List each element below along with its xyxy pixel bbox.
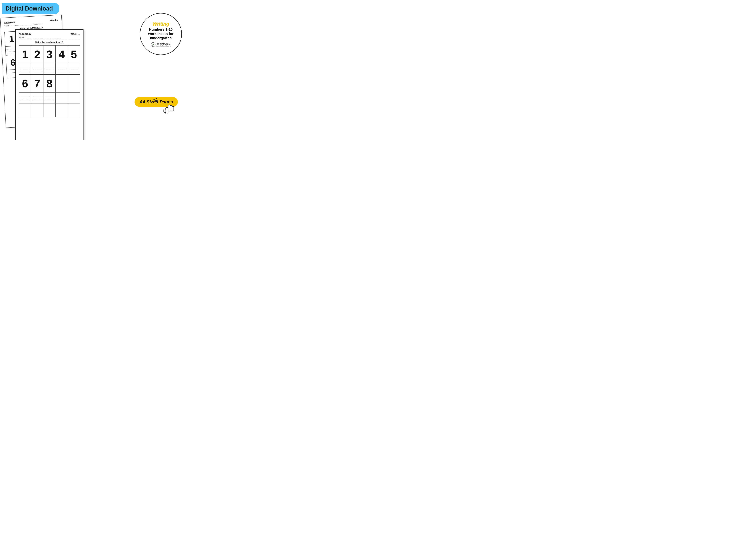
write-line bbox=[20, 99, 30, 101]
back-week: Week ... bbox=[50, 19, 58, 22]
circle-info-badge: Writing Numbers 1-10 worksheets for kind… bbox=[140, 13, 182, 55]
write-line-dashed bbox=[45, 68, 54, 70]
front-subject: Numeracy bbox=[19, 32, 31, 35]
back-subject: Numeracy bbox=[4, 21, 15, 24]
back-num-6: 6 bbox=[10, 57, 16, 68]
badge-writing-label: Writing bbox=[153, 21, 169, 27]
write-line-dashed bbox=[45, 97, 54, 99]
write-line-dashed bbox=[20, 97, 30, 99]
write-line bbox=[20, 95, 30, 97]
write-line bbox=[32, 70, 42, 72]
write-line-dashed bbox=[57, 68, 66, 70]
num-1: 1 bbox=[22, 49, 28, 60]
num-2: 2 bbox=[34, 49, 41, 60]
hand-svg-icon bbox=[161, 100, 177, 116]
write-line bbox=[45, 99, 54, 101]
worksheet-front: Numeracy Week ... Name:.................… bbox=[16, 29, 83, 140]
write-line-dashed bbox=[69, 68, 78, 70]
write-line bbox=[45, 70, 54, 72]
digital-download-label: Digital Download bbox=[5, 5, 53, 12]
write-line bbox=[45, 95, 54, 97]
write-line bbox=[57, 70, 66, 72]
badge-title: Numbers 1-10 worksheets for kindergarten bbox=[148, 27, 174, 40]
write-line bbox=[32, 95, 42, 97]
svg-rect-4 bbox=[172, 106, 174, 111]
num-3: 3 bbox=[46, 49, 53, 60]
num-7: 7 bbox=[34, 78, 41, 89]
svg-rect-3 bbox=[170, 105, 172, 111]
write-line bbox=[69, 70, 78, 72]
hand-cursor-icon bbox=[161, 100, 177, 119]
front-week: Week ... bbox=[71, 32, 80, 35]
write-line bbox=[32, 66, 42, 68]
write-line-dashed bbox=[32, 68, 42, 70]
num-8: 8 bbox=[46, 78, 53, 89]
front-name: Name:...................................… bbox=[19, 36, 80, 39]
brand-logo: chalkboard www.chalkboard.co.nz bbox=[151, 42, 171, 47]
digital-download-badge: Digital Download bbox=[2, 3, 59, 14]
brand-url: www.chalkboard.co.nz bbox=[156, 45, 171, 47]
brand-name: chalkboard bbox=[156, 42, 171, 45]
sparkle-line-3 bbox=[153, 101, 157, 102]
write-line bbox=[45, 66, 54, 68]
front-instruction: Write the numbers 1 to 10. bbox=[19, 41, 80, 44]
num-6: 6 bbox=[22, 78, 28, 89]
write-line bbox=[20, 66, 30, 68]
write-line bbox=[57, 66, 66, 68]
write-line bbox=[20, 70, 30, 72]
sparkle-line-2 bbox=[153, 100, 158, 101]
back-num-1: 1 bbox=[9, 33, 15, 45]
front-number-grid: 1 2 3 4 5 bbox=[19, 45, 80, 117]
write-line bbox=[69, 66, 78, 68]
svg-rect-5 bbox=[164, 109, 166, 113]
leaf-logo-icon bbox=[151, 42, 155, 47]
num-4: 4 bbox=[58, 49, 65, 60]
svg-rect-2 bbox=[168, 105, 170, 111]
num-5: 5 bbox=[71, 49, 77, 60]
write-line bbox=[32, 99, 42, 101]
write-line-dashed bbox=[20, 68, 30, 70]
sparkle-decoration bbox=[153, 98, 158, 103]
write-line-dashed bbox=[32, 97, 42, 99]
